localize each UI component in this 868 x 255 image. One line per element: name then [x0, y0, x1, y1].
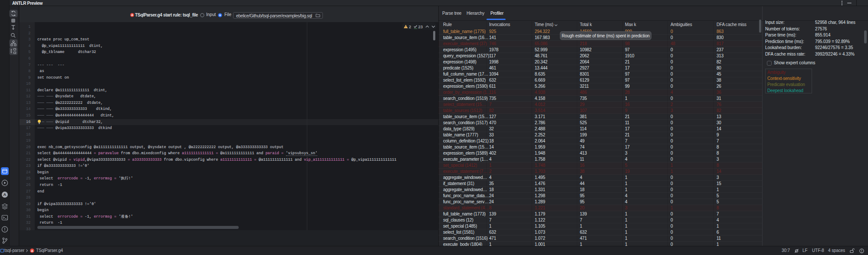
svg-text:23: 23 — [418, 24, 423, 29]
svg-text:2: 2 — [409, 24, 411, 29]
svg-text:A: A — [31, 249, 33, 252]
svg-text:A: A — [131, 13, 133, 17]
svg-text:A: A — [3, 192, 7, 197]
